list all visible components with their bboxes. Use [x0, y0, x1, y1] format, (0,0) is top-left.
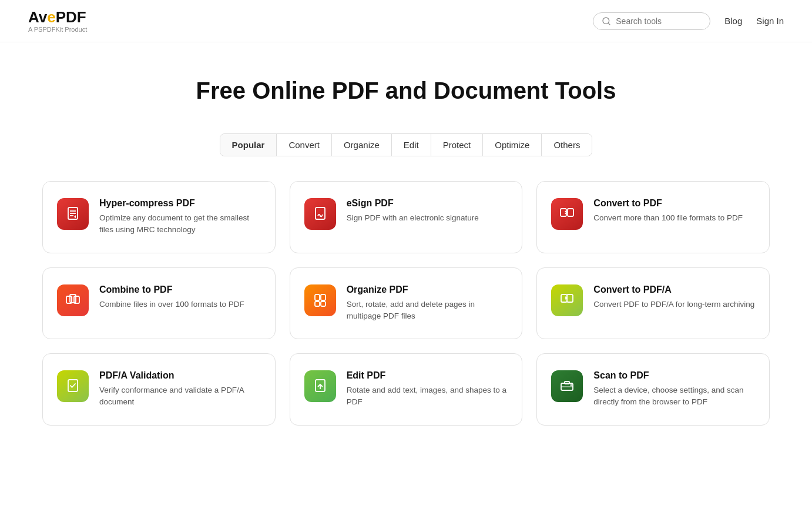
header-right: Blog Sign In: [593, 12, 784, 30]
tool-name-pdfa-validation: PDF/A Validation: [99, 370, 261, 381]
search-box[interactable]: [593, 12, 710, 30]
search-input[interactable]: [616, 16, 702, 26]
hero-title: Free Online PDF and Document Tools: [28, 78, 784, 104]
tool-card-esign[interactable]: eSign PDF Sign PDF with an electronic si…: [290, 181, 523, 253]
tab-convert[interactable]: Convert: [277, 134, 332, 156]
tool-desc-pdfa-validation: Verify conformance and validate a PDF/A …: [99, 384, 261, 409]
svg-rect-7: [561, 209, 566, 216]
tab-organize[interactable]: Organize: [332, 134, 392, 156]
tool-text-esign: eSign PDF Sign PDF with an electronic si…: [347, 198, 479, 224]
search-icon: [602, 16, 611, 26]
tool-desc-scan: Select a device, choose settings, and sc…: [593, 384, 755, 409]
tool-card-edit-pdf[interactable]: Edit PDF Rotate and add text, images, an…: [290, 353, 523, 426]
tool-name-convert-pdfa: Convert to PDF/A: [593, 284, 754, 295]
tool-desc-hyper-compress: Optimize any document to get the smalles…: [99, 212, 261, 236]
svg-rect-15: [321, 302, 326, 306]
svg-rect-18: [68, 380, 78, 391]
tool-card-convert-pdfa[interactable]: Convert to PDF/A Convert PDF to PDF/A fo…: [536, 267, 770, 340]
tool-text-scan: Scan to PDF Select a device, choose sett…: [593, 370, 755, 409]
tool-icon-scan: [551, 370, 583, 402]
tool-desc-convert-pdfa: Convert PDF to PDF/A for long-term archi…: [593, 299, 754, 310]
tool-icon-convert-to-pdf: [551, 198, 583, 230]
tab-others[interactable]: Others: [542, 134, 592, 156]
tool-icon-hyper-compress: [57, 198, 89, 230]
tool-name-convert-to-pdf: Convert to PDF: [593, 198, 743, 209]
tab-protect[interactable]: Protect: [431, 134, 484, 156]
blog-link[interactable]: Blog: [724, 16, 742, 26]
tool-icon-convert-pdfa: [551, 284, 583, 316]
tool-card-convert-to-pdf[interactable]: Convert to PDF Convert more than 100 fil…: [536, 181, 770, 253]
svg-point-24: [571, 384, 572, 386]
svg-line-1: [608, 23, 610, 25]
tool-name-combine: Combine to PDF: [99, 284, 244, 295]
tabs-container: Popular Convert Organize Edit Protect Op…: [0, 122, 812, 162]
tool-card-scan[interactable]: Scan to PDF Select a device, choose sett…: [536, 353, 770, 426]
tool-desc-convert-to-pdf: Convert more than 100 file formats to PD…: [593, 212, 743, 224]
tool-icon-edit-pdf: [304, 370, 336, 402]
svg-rect-6: [316, 207, 325, 219]
hero-section: Free Online PDF and Document Tools: [0, 42, 812, 122]
tool-card-combine[interactable]: Combine to PDF Combine files in over 100…: [42, 267, 276, 340]
svg-rect-11: [70, 294, 76, 303]
svg-rect-13: [321, 294, 326, 300]
tool-icon-esign: [304, 198, 336, 230]
tool-text-pdfa-validation: PDF/A Validation Verify conformance and …: [99, 370, 261, 409]
tool-text-hyper-compress: Hyper-compress PDF Optimize any document…: [99, 198, 261, 236]
svg-rect-17: [567, 294, 573, 302]
tool-text-convert-to-pdf: Convert to PDF Convert more than 100 fil…: [593, 198, 743, 224]
svg-rect-23: [565, 381, 569, 384]
tool-text-edit-pdf: Edit PDF Rotate and add text, images, an…: [347, 370, 508, 409]
tool-desc-edit-pdf: Rotate and add text, images, and shapes …: [347, 384, 508, 409]
tab-edit[interactable]: Edit: [392, 134, 431, 156]
tool-icon-pdfa-validation: [57, 370, 89, 402]
svg-rect-8: [568, 209, 573, 216]
tool-card-organize[interactable]: Organize PDF Sort, rotate, add and delet…: [290, 267, 523, 340]
tool-name-edit-pdf: Edit PDF: [347, 370, 508, 381]
tool-text-combine: Combine to PDF Combine files in over 100…: [99, 284, 244, 310]
logo-text: AvePDF: [28, 9, 86, 25]
tool-name-hyper-compress: Hyper-compress PDF: [99, 198, 261, 209]
signin-link[interactable]: Sign In: [756, 16, 784, 26]
tool-card-hyper-compress[interactable]: Hyper-compress PDF Optimize any document…: [42, 181, 276, 253]
tabs: Popular Convert Organize Edit Protect Op…: [220, 133, 593, 156]
tool-text-organize: Organize PDF Sort, rotate, add and delet…: [347, 284, 508, 323]
tool-desc-esign: Sign PDF with an electronic signature: [347, 212, 479, 224]
tool-card-pdfa-validation[interactable]: PDF/A Validation Verify conformance and …: [42, 353, 276, 426]
tool-icon-organize: [304, 284, 336, 316]
tool-name-organize: Organize PDF: [347, 284, 508, 295]
tool-name-scan: Scan to PDF: [593, 370, 755, 381]
svg-rect-14: [315, 302, 320, 306]
tool-desc-organize: Sort, rotate, add and delete pages in mu…: [347, 299, 508, 323]
tools-grid: Hyper-compress PDF Optimize any document…: [0, 162, 812, 449]
tab-popular[interactable]: Popular: [220, 134, 277, 156]
tool-name-esign: eSign PDF: [347, 198, 479, 209]
logo[interactable]: AvePDF A PSPDFKit Product: [28, 9, 87, 33]
logo-sub: A PSPDFKit Product: [28, 26, 87, 33]
svg-rect-12: [315, 294, 320, 300]
header: AvePDF A PSPDFKit Product Blog Sign In: [0, 0, 812, 42]
tab-optimize[interactable]: Optimize: [483, 134, 542, 156]
tool-text-convert-pdfa: Convert to PDF/A Convert PDF to PDF/A fo…: [593, 284, 754, 310]
tool-desc-combine: Combine files in over 100 formats to PDF: [99, 299, 244, 310]
tool-icon-combine: [57, 284, 89, 316]
